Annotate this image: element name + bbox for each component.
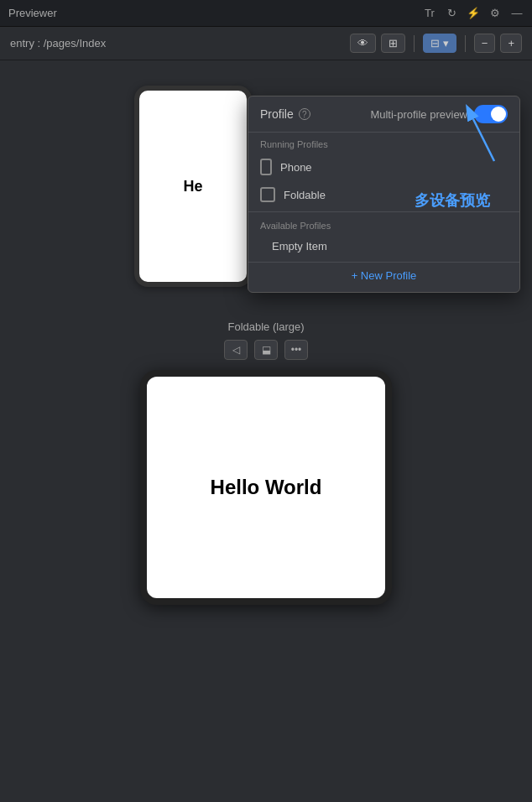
foldable-device-icon — [260, 187, 275, 202]
empty-item-label: Empty Item — [272, 240, 327, 253]
grid-button[interactable]: ⊟ ▾ — [423, 34, 456, 53]
phone-label: Phone — [280, 161, 312, 174]
bolt-icon[interactable]: ⚡ — [467, 7, 480, 20]
foldable-section-label: Foldable (large) — [227, 320, 304, 333]
svg-line-1 — [473, 119, 494, 161]
multi-profile-label: Multi-profile preview — [370, 108, 467, 121]
toolbar: entry : /pages/Index 👁 ⊞ ⊟ ▾ − + — [0, 27, 532, 60]
phone-preview: He — [134, 86, 252, 287]
titlebar-icons: Tr ↻ ⚡ ⚙ — — [423, 7, 524, 20]
refresh-icon[interactable]: ↻ — [445, 7, 458, 20]
phone-frame: He — [134, 86, 252, 287]
foldable-controls: ◁ ⬓ ••• — [224, 340, 308, 360]
eye-button[interactable]: 👁 — [350, 34, 376, 53]
available-profiles-label: Available Profiles — [248, 216, 519, 234]
empty-item[interactable]: Empty Item — [248, 234, 519, 258]
foldable-label-item: Foldable — [284, 189, 326, 201]
app-title: Previewer — [8, 7, 57, 19]
titlebar: Previewer Tr ↻ ⚡ ⚙ — — [0, 0, 532, 27]
phone-device-icon — [260, 159, 272, 175]
toolbar-separator-2 — [465, 35, 466, 52]
main-content: He Foldable (large) ◁ ⬓ ••• Hello World … — [0, 60, 532, 802]
foldable-frame: Hello World — [140, 370, 392, 605]
tr-icon[interactable]: Tr — [423, 7, 436, 20]
layers-button[interactable]: ⊞ — [381, 34, 405, 53]
toolbar-separator — [414, 35, 415, 52]
foldable-section: Foldable (large) ◁ ⬓ ••• Hello World — [140, 320, 392, 605]
fold-button[interactable]: ⬓ — [254, 340, 278, 360]
foldable-hello-text: Hello World — [211, 476, 322, 499]
new-profile-button[interactable]: + New Profile — [248, 262, 519, 289]
phone-hello-text: He — [183, 178, 202, 195]
profile-item-foldable[interactable]: Foldable — [248, 181, 519, 208]
dropdown-header-left: Profile ? — [260, 107, 310, 121]
back-button[interactable]: ◁ — [224, 340, 248, 360]
zoom-in-button[interactable]: + — [500, 34, 522, 53]
chevron-down-icon: ▾ — [443, 37, 449, 49]
profile-label: Profile — [260, 107, 294, 121]
minimize-icon[interactable]: — — [510, 7, 524, 20]
divider-1 — [248, 211, 519, 212]
breadcrumb: entry : /pages/Index — [10, 37, 106, 49]
toolbar-right: 👁 ⊞ ⊟ ▾ − + — [350, 34, 522, 53]
settings-icon[interactable]: ⚙ — [488, 7, 502, 20]
zoom-out-button[interactable]: − — [474, 34, 496, 53]
arrow-annotation — [456, 102, 507, 173]
titlebar-left: Previewer — [8, 7, 57, 19]
info-icon[interactable]: ? — [299, 108, 310, 120]
more-button[interactable]: ••• — [284, 340, 308, 360]
